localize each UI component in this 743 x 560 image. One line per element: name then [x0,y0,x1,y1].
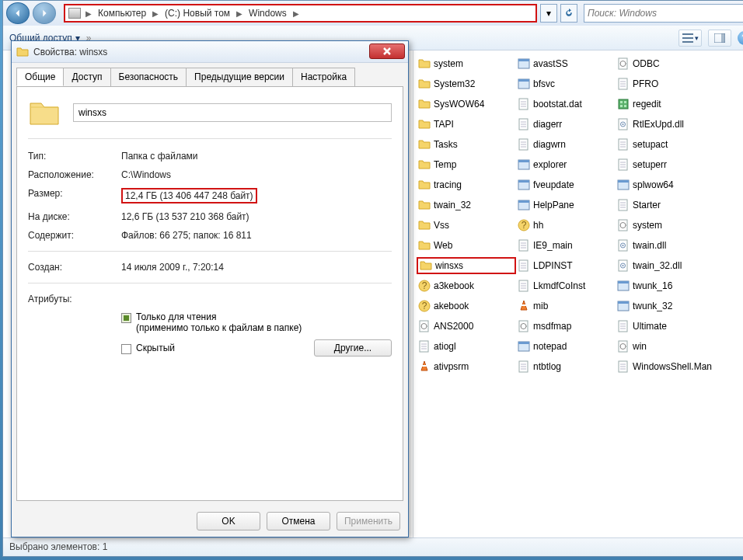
back-button[interactable] [6,2,30,24]
file-list-pane[interactable]: systemavastSSODBCSystem32bfsvcPFROSysWOW… [413,50,743,537]
folder-item[interactable]: SysWOW64 [417,96,516,113]
app-icon [518,340,530,353]
file-item[interactable]: PFRO [616,75,727,92]
readonly-checkbox[interactable] [121,313,131,323]
refresh-button[interactable] [560,4,577,23]
folder-item[interactable]: Web [417,237,516,254]
file-item[interactable]: regedit [616,96,727,113]
separator [28,283,392,283]
cancel-button[interactable]: Отмена [267,512,330,530]
file-item[interactable]: setupact [616,136,727,153]
file-item[interactable]: Starter [616,197,727,214]
chevron-right-icon: ▶ [291,9,301,18]
file-item[interactable]: RtlExUpd.dll [616,116,727,133]
file-name: setupact [633,139,668,150]
breadcrumb-drive[interactable]: (C:) Новый том [160,5,235,21]
view-button[interactable]: ▾ [678,30,702,47]
folder-item[interactable]: System32 [417,75,516,92]
file-item[interactable]: ativpsrm [417,358,516,375]
file-item[interactable]: akebook [417,297,516,315]
file-name: ANS2000 [434,321,473,332]
readonly-label: Только для чтения [136,311,216,322]
folder-icon [418,219,431,231]
search-box[interactable] [584,4,743,23]
chevron-right-icon: ▶ [235,9,244,18]
file-name: IE9_main [533,240,573,251]
file-item[interactable]: win [616,338,727,355]
file-item[interactable]: ODBC [616,55,727,72]
breadcrumb-computer[interactable]: Компьютер [93,5,151,21]
folder-item[interactable]: winsxs [417,257,516,274]
folder-icon [420,259,432,272]
folder-item[interactable]: Vss [417,217,516,234]
tab-previous-versions[interactable]: Предыдущие версии [186,68,293,86]
file-item[interactable]: twain.dll [616,237,727,254]
file-name: system [633,220,662,231]
svg-rect-0 [682,33,693,35]
file-item[interactable]: twunk_32 [616,297,727,315]
file-item[interactable]: Ultimate [616,318,727,335]
file-item[interactable]: twain_32.dll [616,257,727,274]
folder-item[interactable]: Temp [417,156,516,173]
search-input[interactable] [588,8,743,19]
tab-access[interactable]: Доступ [63,68,110,86]
file-item[interactable]: LDPINST [516,257,616,274]
other-attributes-button[interactable]: Другие... [314,339,392,357]
file-item[interactable]: WindowsShell.Man [616,358,727,375]
tab-customize[interactable]: Настройка [292,68,355,86]
folder-item[interactable]: system [417,55,516,72]
tab-general[interactable]: Общие [16,68,64,86]
preview-pane-button[interactable] [708,30,731,47]
breadcrumb-folder[interactable]: Windows [244,5,291,21]
file-item[interactable]: IE9_main [516,237,616,254]
file-item[interactable]: explorer [516,156,616,173]
file-item[interactable]: mib [516,297,616,315]
tab-security[interactable]: Безопасность [110,68,187,86]
file-item[interactable]: bootstat.dat [516,96,616,113]
apply-button[interactable]: Применить [337,512,400,530]
folder-item[interactable]: twain_32 [417,197,516,214]
folder-icon [418,98,431,110]
file-item[interactable]: fveupdate [516,176,616,193]
file-item[interactable]: msdfmap [516,318,616,335]
file-item[interactable]: avastSS [516,55,616,72]
folder-item[interactable]: tracing [417,176,516,193]
file-item[interactable]: ntbtlog [516,358,616,375]
svg-rect-1 [682,37,693,39]
folder-icon [418,158,431,171]
file-item[interactable]: diagerr [516,116,616,133]
file-item[interactable]: atiogl [417,338,516,355]
hidden-checkbox[interactable] [121,344,131,354]
file-name: winsxs [435,260,463,271]
file-item[interactable]: system [616,217,727,234]
nav-row: ▶ Компьютер ▶ (C:) Новый том ▶ Windows ▶… [3,1,743,26]
file-name: ativpsrm [434,361,469,372]
forward-button[interactable] [33,2,56,24]
file-item[interactable]: splwow64 [616,176,727,193]
file-name: twain_32.dll [633,260,682,271]
file-item[interactable]: HelpPane [516,197,616,214]
svg-rect-4 [721,33,725,43]
file-item[interactable]: bfsvc [516,75,616,92]
address-bar[interactable]: ▶ Компьютер ▶ (C:) Новый том ▶ Windows ▶ [64,4,537,23]
ok-button[interactable]: OK [197,512,260,530]
close-button[interactable] [369,43,405,59]
file-item[interactable]: notepad [516,338,616,355]
file-item[interactable]: diagwrn [516,136,616,153]
size-label: Размер: [28,188,121,203]
folder-item[interactable]: Tasks [417,136,516,153]
dialog-titlebar[interactable]: Свойства: winsxs [12,41,408,63]
file-item[interactable]: a3kebook [417,277,516,294]
folder-item[interactable]: TAPI [417,116,516,133]
file-item[interactable]: twunk_16 [616,277,727,294]
file-item[interactable]: setuperr [616,156,727,173]
help-button[interactable]: ? [738,31,743,45]
file-name: SysWOW64 [434,99,484,110]
file-item[interactable]: ANS2000 [417,318,516,335]
contains-label: Содержит: [28,230,121,241]
folder-name-input[interactable]: winsxs [73,103,392,122]
history-dropdown-button[interactable]: ▾ [540,4,557,23]
file-name: twunk_16 [633,280,672,291]
file-item[interactable]: LkmdfCoInst [516,277,616,294]
file-item[interactable]: hh [516,217,616,234]
